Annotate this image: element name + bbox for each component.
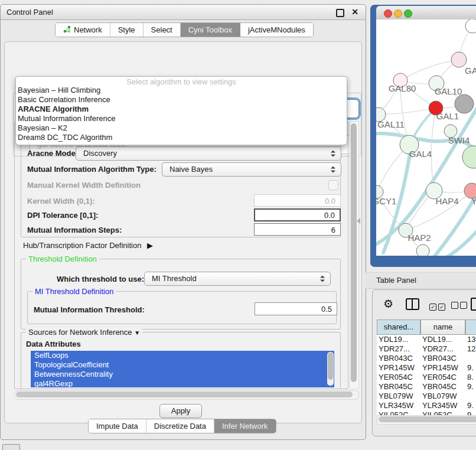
algorithm-popup-item[interactable]: ARACNE Algorithm xyxy=(16,105,347,114)
control-panel-titlebar: Control Panel ✕ xyxy=(1,5,366,20)
tab-discretize-data[interactable]: Discretize Data xyxy=(146,419,214,433)
algorithm-popup-placeholder: Select algorithm to view settings xyxy=(16,77,347,86)
table-cell: 9. xyxy=(467,410,474,415)
partial-button[interactable] xyxy=(2,444,20,450)
select-all-checkboxes-icon[interactable]: ✓✓ xyxy=(429,301,447,311)
data-attribute-item[interactable]: SelfLoops xyxy=(31,351,334,360)
table-cell: YBR043C xyxy=(422,354,457,363)
table-cell: YPR145W xyxy=(422,363,458,372)
mi-steps-field[interactable]: 6 xyxy=(254,223,341,236)
network-edge xyxy=(379,108,436,115)
apply-button[interactable]: Apply xyxy=(159,404,202,418)
tab-select[interactable]: Select xyxy=(144,23,181,37)
manual-kernel-checkbox[interactable] xyxy=(328,180,338,190)
table-column-header[interactable]: A xyxy=(465,319,476,335)
table-panel: ⚙ ✓✓ shared...nameA YDL19...YDL19...13YD… xyxy=(372,289,476,436)
sources-group: Sources for Network Inference ▼ Data Att… xyxy=(21,332,341,389)
network-window-titlebar xyxy=(376,6,476,20)
network-node[interactable] xyxy=(465,19,476,33)
table-row[interactable]: YLR345WYLR345W9. xyxy=(377,401,476,410)
data-attribute-item[interactable]: TopologicalCoefficient xyxy=(31,360,334,370)
tab-jactivemnodules[interactable]: jActiveMNodules xyxy=(240,23,313,37)
table-cell: YBR045C xyxy=(422,382,457,391)
dpi-tolerance-field[interactable]: 0.0 xyxy=(254,208,341,221)
table-cell: 12 xyxy=(467,344,475,353)
table-cell: 13 xyxy=(467,335,475,344)
network-node-label: HAP4 xyxy=(435,196,458,206)
mi-type-label: Mutual Information Algorithm Type: xyxy=(27,165,157,174)
table-row[interactable]: YBR043CYBR043C xyxy=(377,354,476,363)
algorithm-popup-item[interactable]: Bayesian – Hill Climbing xyxy=(16,86,347,95)
network-node-label: GAL10 xyxy=(435,86,462,96)
table-row[interactable]: YBR045CYBR045C9. xyxy=(377,382,476,392)
table-cell: YBL079W xyxy=(379,392,413,400)
settings-vertical-scrollbar[interactable] xyxy=(350,121,359,389)
float-window-icon[interactable] xyxy=(336,9,344,17)
control-panel-tabs: NetworkStyleSelectCyni ToolboxjActiveMNo… xyxy=(55,22,314,37)
table-cell: YER054C xyxy=(379,373,413,381)
tab-infer-network[interactable]: Infer Network xyxy=(214,419,276,433)
network-node-label: Y xyxy=(471,196,476,206)
data-attribute-item[interactable]: BetweennessCentrality xyxy=(31,370,334,379)
algorithm-popup-item[interactable]: Basic Correlation Inference xyxy=(16,95,347,105)
table-row[interactable]: YDL19...YDL19...13 xyxy=(377,335,476,344)
algorithm-popup-item[interactable]: Bayesian – K2 xyxy=(16,123,347,133)
network-graph: GALGAL80GAL10GAL1GAL11SWI4GAL4GCY1HAP4YH… xyxy=(376,19,476,256)
table-cell: 9. xyxy=(467,363,474,372)
mi-type-value: Naive Bayes xyxy=(169,165,213,174)
cyni-bottom-tabs: Impute DataDiscretize DataInfer Network xyxy=(88,419,276,433)
deselect-all-checkboxes-icon[interactable] xyxy=(451,301,469,311)
table-row[interactable]: YBL079WYBL079W xyxy=(377,392,476,401)
table-cell: YBR043C xyxy=(379,354,413,363)
tab-style[interactable]: Style xyxy=(110,23,144,37)
table-column-header[interactable]: shared... xyxy=(377,319,420,335)
table-panel-titlebar: Table Panel xyxy=(365,272,476,289)
network-node-label: GCY1 xyxy=(376,196,396,206)
data-attribute-item[interactable]: gal4RGexp xyxy=(31,379,334,387)
splitter-collapse-arrow[interactable] xyxy=(357,218,360,224)
table-cell: YIL052C xyxy=(422,410,452,415)
table-column-header[interactable]: name xyxy=(420,319,465,335)
sources-group-title[interactable]: Sources for Network Inference ▼ xyxy=(26,328,142,337)
network-canvas[interactable]: GALGAL80GAL10GAL1GAL11SWI4GAL4GCY1HAP4YH… xyxy=(376,19,476,256)
data-attributes-list[interactable]: SelfLoopsTopologicalCoefficientBetweenne… xyxy=(31,351,334,387)
attribute-list-scrollbar[interactable] xyxy=(327,352,334,386)
mi-threshold-label: Mutual Information Threshold: xyxy=(34,305,145,314)
document-icon[interactable] xyxy=(471,298,476,311)
network-node-label: SWI4 xyxy=(448,135,470,145)
close-icon[interactable]: ✕ xyxy=(351,5,358,19)
gear-icon[interactable]: ⚙ xyxy=(383,298,393,309)
table-body: YDL19...YDL19...13YDR27...YDR27...12YBR0… xyxy=(377,335,476,415)
mac-minimize-icon[interactable] xyxy=(394,9,402,18)
manual-kernel-label: Manual Kernel Width Definition xyxy=(27,181,141,190)
table-horizontal-scrollbar[interactable] xyxy=(377,415,476,425)
split-columns-icon[interactable] xyxy=(406,298,419,310)
network-edge xyxy=(400,60,459,80)
table-row[interactable]: YPR145WYPR145W9. xyxy=(377,363,476,373)
network-node[interactable] xyxy=(462,146,476,168)
table-row[interactable]: YIL052CYIL052C9. xyxy=(377,410,476,415)
table-cell: YDR27... xyxy=(379,344,410,353)
mac-close-icon[interactable] xyxy=(384,9,392,18)
table-row[interactable]: YER054CYER054C8. xyxy=(377,373,476,382)
table-cell: YBR045C xyxy=(379,382,413,391)
algorithm-popup-item[interactable]: Mutual Information Inference xyxy=(16,114,347,123)
hub-definition-toggle[interactable]: Hub/Transcription Factor Definition ▶ xyxy=(23,241,153,250)
table-cell: YDL19... xyxy=(379,335,409,344)
kernel-width-field[interactable]: 0.0 xyxy=(254,194,341,207)
algorithm-dropdown-popup: Select algorithm to view settings Bayesi… xyxy=(15,76,347,145)
which-threshold-combo[interactable]: MI Threshold xyxy=(144,272,331,286)
tab-impute-data[interactable]: Impute Data xyxy=(89,419,146,433)
mac-zoom-icon[interactable] xyxy=(404,9,412,18)
mi-type-combo[interactable]: Naive Bayes xyxy=(162,162,341,177)
network-icon xyxy=(63,25,71,35)
mi-threshold-field[interactable]: 0.5 xyxy=(255,302,337,315)
tab-cyni-toolbox[interactable]: Cyni Toolbox xyxy=(181,23,240,37)
tab-network[interactable]: Network xyxy=(56,23,110,37)
settings-horizontal-scrollbar[interactable] xyxy=(14,390,359,400)
algorithm-popup-item[interactable]: Dream8 DC_TDC Algorithm xyxy=(16,133,347,142)
aracne-mode-combo[interactable]: Discovery xyxy=(76,146,341,161)
network-node[interactable] xyxy=(416,244,429,256)
table-row[interactable]: YDR27...YDR27...12 xyxy=(377,344,476,354)
which-threshold-label: Which threshold to use: xyxy=(57,275,144,283)
